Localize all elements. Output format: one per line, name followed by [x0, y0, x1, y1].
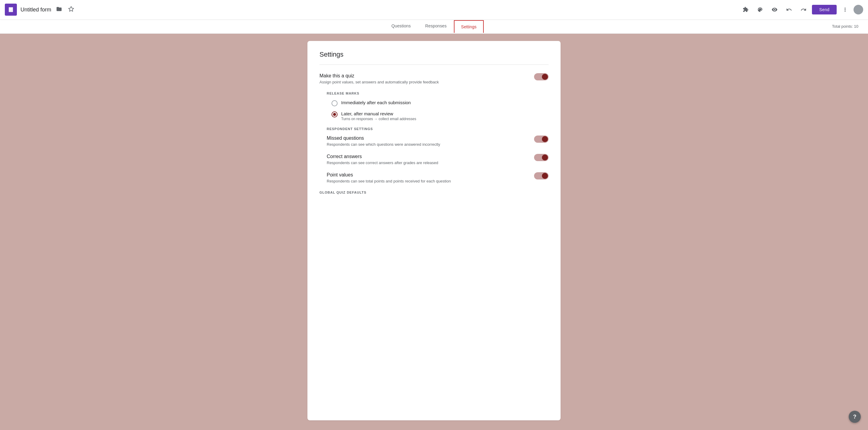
respondent-settings-section: RESPONDENT SETTINGS Missed questions Res…	[327, 127, 549, 184]
settings-card: Settings Make this a quiz Assign point v…	[307, 41, 561, 420]
header-icons: Send	[740, 4, 863, 16]
quiz-setting-desc: Assign point values, set answers and aut…	[319, 80, 522, 84]
radio-later[interactable]: Later, after manual review Turns on resp…	[332, 111, 549, 121]
point-values-desc: Respondents can see total points and poi…	[327, 179, 522, 184]
nav-bar: Questions Responses Settings Total point…	[0, 19, 868, 34]
app-logo	[5, 4, 17, 16]
svg-marker-7	[69, 6, 74, 11]
point-values-thumb	[542, 173, 548, 179]
point-values-toggle[interactable]	[534, 172, 549, 179]
correct-answers-toggle[interactable]	[534, 154, 549, 161]
quiz-setting-row: Make this a quiz Assign point values, se…	[319, 73, 549, 84]
tab-settings[interactable]: Settings	[454, 20, 484, 33]
respondent-settings-header: RESPONDENT SETTINGS	[327, 127, 549, 131]
point-values-track	[534, 172, 549, 179]
missed-questions-row: Missed questions Respondents can see whi…	[327, 135, 549, 147]
quiz-setting-label: Make this a quiz	[319, 73, 522, 78]
point-values-row: Point values Respondents can see total p…	[327, 172, 549, 184]
palette-button[interactable]	[754, 4, 766, 16]
correct-answers-label: Correct answers	[327, 154, 522, 159]
send-button[interactable]: Send	[812, 5, 837, 14]
tab-questions[interactable]: Questions	[384, 19, 418, 33]
radio-later-circle	[332, 111, 338, 118]
main-content: Settings Make this a quiz Assign point v…	[0, 34, 868, 428]
quiz-toggle-thumb	[542, 74, 548, 80]
quiz-setting-info: Make this a quiz Assign point values, se…	[319, 73, 534, 84]
extensions-button[interactable]	[740, 4, 752, 16]
point-values-label: Point values	[327, 172, 522, 178]
radio-immediately-label: Immediately after each submission	[341, 100, 549, 105]
global-quiz-defaults-section: GLOBAL QUIZ DEFAULTS	[319, 191, 549, 194]
more-options-button[interactable]	[839, 4, 851, 16]
total-points: Total points: 10	[832, 24, 858, 29]
radio-immediately[interactable]: Immediately after each submission	[332, 100, 549, 106]
quiz-toggle[interactable]	[534, 73, 549, 80]
missed-questions-thumb	[542, 136, 548, 142]
radio-immediately-circle	[332, 100, 338, 106]
header-left: Untitled form	[5, 4, 740, 16]
point-values-info: Point values Respondents can see total p…	[327, 172, 534, 184]
radio-later-label: Later, after manual review	[341, 111, 549, 116]
tab-responses[interactable]: Responses	[418, 19, 454, 33]
radio-immediately-text: Immediately after each submission	[341, 100, 549, 105]
preview-button[interactable]	[769, 4, 781, 16]
help-button[interactable]: ?	[849, 411, 861, 423]
app-header: Untitled form Send	[0, 0, 868, 19]
redo-button[interactable]	[798, 4, 809, 16]
settings-title: Settings	[319, 51, 549, 58]
user-avatar[interactable]	[854, 5, 863, 14]
correct-answers-info: Correct answers Respondents can see corr…	[327, 154, 534, 165]
folder-icon[interactable]	[55, 5, 63, 15]
quiz-toggle-track	[534, 73, 549, 80]
missed-questions-toggle[interactable]	[534, 135, 549, 143]
correct-answers-thumb	[542, 155, 548, 161]
forms-icon	[7, 6, 14, 13]
correct-answers-row: Correct answers Respondents can see corr…	[327, 154, 549, 165]
form-title: Untitled form	[21, 7, 51, 13]
nav-tabs: Questions Responses Settings	[384, 19, 484, 33]
missed-questions-desc: Respondents can see which questions were…	[327, 142, 522, 147]
star-icon[interactable]	[67, 5, 75, 15]
missed-questions-label: Missed questions	[327, 135, 522, 141]
radio-later-text: Later, after manual review Turns on resp…	[341, 111, 549, 121]
release-marks-radio-group: Immediately after each submission Later,…	[327, 100, 549, 121]
svg-rect-4	[9, 8, 12, 9]
settings-divider	[319, 64, 549, 65]
correct-answers-track	[534, 154, 549, 161]
correct-answers-desc: Respondents can see correct answers afte…	[327, 161, 522, 165]
release-marks-section: RELEASE MARKS Immediately after each sub…	[319, 92, 549, 184]
release-marks-header: RELEASE MARKS	[327, 92, 549, 95]
global-quiz-defaults-header: GLOBAL QUIZ DEFAULTS	[319, 191, 549, 194]
missed-questions-track	[534, 135, 549, 143]
undo-button[interactable]	[783, 4, 795, 16]
radio-later-sublabel: Turns on responses → collect email addre…	[341, 117, 549, 121]
svg-rect-5	[9, 9, 12, 10]
missed-questions-info: Missed questions Respondents can see whi…	[327, 135, 534, 147]
svg-rect-6	[9, 10, 11, 10]
